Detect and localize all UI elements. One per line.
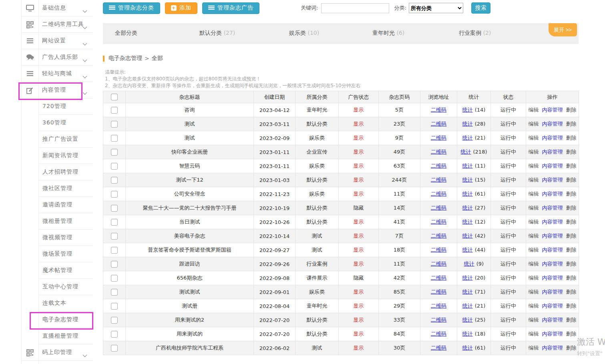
category-tab-4[interactable]: 行业案例 (2): [459, 30, 491, 37]
stats-link[interactable]: 统计: [461, 149, 471, 155]
category-tab-2[interactable]: 娱乐类 (10): [289, 30, 319, 37]
content-manage-link[interactable]: 内容管理: [542, 275, 563, 281]
content-manage-link[interactable]: 内容管理: [542, 163, 563, 169]
manage-magazine-categories-button[interactable]: 管理杂志分类: [103, 2, 160, 14]
sidebar-item-5-11[interactable]: 互动中心管理: [39, 279, 93, 295]
ad-status-toggle[interactable]: 显示: [354, 233, 364, 239]
expand-button[interactable]: 展开 >>: [549, 23, 577, 36]
stats-link[interactable]: 统计: [462, 317, 473, 323]
sidebar-group-0[interactable]: 基础信息: [22, 0, 93, 16]
edit-link[interactable]: 编辑: [529, 345, 539, 351]
edit-link[interactable]: 编辑: [529, 121, 539, 127]
sidebar-item-5-4[interactable]: 人才招聘管理: [39, 164, 93, 180]
edit-link[interactable]: 编辑: [529, 163, 539, 169]
stats-link[interactable]: 统计: [462, 345, 473, 351]
ad-status-toggle[interactable]: 显示: [354, 163, 364, 169]
content-manage-link[interactable]: 内容管理: [542, 345, 563, 351]
content-manage-link[interactable]: 内容管理: [542, 121, 563, 127]
row-checkbox[interactable]: [111, 163, 118, 170]
edit-link[interactable]: 编辑: [529, 191, 539, 197]
stats-link[interactable]: 统计: [462, 289, 473, 295]
edit-link[interactable]: 编辑: [529, 331, 539, 337]
delete-link[interactable]: 删除: [566, 219, 577, 225]
edit-link[interactable]: 编辑: [529, 205, 539, 211]
sidebar-item-5-7[interactable]: 微相册管理: [39, 213, 93, 230]
stats-link[interactable]: 统计: [462, 275, 473, 281]
row-checkbox[interactable]: [111, 303, 118, 310]
delete-link[interactable]: 删除: [566, 205, 577, 211]
sidebar-item-5-10[interactable]: 魔术帖管理: [39, 262, 93, 279]
sidebar-group-7[interactable]: [22, 361, 93, 364]
stats-link[interactable]: 统计: [462, 219, 473, 225]
content-manage-link[interactable]: 内容管理: [542, 149, 563, 155]
row-checkbox[interactable]: [111, 233, 118, 240]
edit-link[interactable]: 编辑: [529, 219, 539, 225]
delete-link[interactable]: 删除: [566, 261, 577, 267]
qrcode-link[interactable]: 二维码: [431, 289, 446, 295]
row-checkbox[interactable]: [111, 205, 118, 212]
stats-link[interactable]: 统计: [462, 107, 473, 113]
add-magazine-button[interactable]: + 添加: [165, 2, 197, 14]
delete-link[interactable]: 删除: [566, 331, 577, 337]
ad-status-toggle[interactable]: 显示: [354, 107, 364, 113]
sidebar-item-5-1[interactable]: 360管理: [39, 115, 93, 131]
sidebar-group-6[interactable]: 码上印管理: [22, 344, 93, 361]
row-checkbox[interactable]: [111, 317, 118, 324]
edit-link[interactable]: 编辑: [529, 247, 539, 253]
category-tab-0[interactable]: 全部分类: [115, 30, 137, 37]
ad-status-toggle[interactable]: 显示: [354, 303, 364, 309]
delete-link[interactable]: 删除: [566, 289, 577, 295]
category-tab-1[interactable]: 默认分类 (27): [199, 30, 235, 37]
sidebar-item-5-12[interactable]: 连载文本: [39, 295, 93, 312]
qrcode-link[interactable]: 二维码: [431, 191, 446, 197]
row-checkbox[interactable]: [111, 331, 118, 338]
sidebar-item-5-5[interactable]: 微社区管理: [39, 180, 93, 197]
qrcode-link[interactable]: 二维码: [431, 275, 446, 281]
ad-status-toggle[interactable]: 显示: [354, 345, 364, 351]
ad-status-toggle[interactable]: 显示: [354, 331, 364, 337]
stats-link[interactable]: 统计: [462, 303, 473, 309]
edit-link[interactable]: 编辑: [529, 289, 539, 295]
delete-link[interactable]: 删除: [566, 163, 577, 169]
row-checkbox[interactable]: [111, 121, 118, 128]
qrcode-link[interactable]: 二维码: [431, 233, 446, 239]
row-checkbox[interactable]: [111, 247, 118, 254]
row-checkbox[interactable]: [111, 289, 118, 296]
qrcode-link[interactable]: 二维码: [431, 149, 446, 155]
content-manage-link[interactable]: 内容管理: [542, 219, 563, 225]
row-checkbox[interactable]: [111, 219, 118, 226]
delete-link[interactable]: 删除: [566, 107, 577, 113]
stats-link[interactable]: 统计: [462, 247, 473, 253]
sidebar-group-2[interactable]: 网站设置: [22, 33, 93, 49]
category-tab-3[interactable]: 童年时光 (6): [372, 30, 404, 37]
content-manage-link[interactable]: 内容管理: [542, 289, 563, 295]
stats-link[interactable]: 统计: [462, 233, 473, 239]
edit-link[interactable]: 编辑: [529, 261, 539, 267]
manage-magazine-ads-button[interactable]: 管理杂志广告: [202, 2, 259, 14]
row-checkbox[interactable]: [111, 261, 118, 268]
ad-status-toggle[interactable]: 显示: [354, 149, 364, 155]
sidebar-item-5-14[interactable]: 直播相册管理: [39, 328, 93, 344]
edit-link[interactable]: 编辑: [529, 135, 539, 141]
qrcode-link[interactable]: 二维码: [431, 135, 446, 141]
delete-link[interactable]: 删除: [566, 149, 577, 155]
sidebar-item-5-6[interactable]: 邀请函管理: [39, 197, 93, 213]
content-manage-link[interactable]: 内容管理: [542, 303, 563, 309]
ad-status-toggle[interactable]: 显示: [354, 219, 364, 225]
row-checkbox[interactable]: [111, 107, 118, 114]
stats-link[interactable]: 统计: [464, 261, 474, 267]
edit-link[interactable]: 编辑: [529, 233, 539, 239]
qrcode-link[interactable]: 二维码: [431, 205, 446, 211]
edit-link[interactable]: 编辑: [529, 107, 539, 113]
delete-link[interactable]: 删除: [566, 121, 577, 127]
qrcode-link[interactable]: 二维码: [431, 303, 446, 309]
qrcode-link[interactable]: 二维码: [431, 261, 446, 267]
qrcode-link[interactable]: 二维码: [431, 163, 446, 169]
qrcode-link[interactable]: 二维码: [431, 331, 446, 337]
keyword-input[interactable]: [321, 3, 389, 13]
stats-link[interactable]: 统计: [462, 163, 473, 169]
ad-status-toggle[interactable]: 显示: [354, 191, 364, 197]
qrcode-link[interactable]: 二维码: [431, 121, 446, 127]
content-manage-link[interactable]: 内容管理: [542, 317, 563, 323]
qrcode-link[interactable]: 二维码: [431, 177, 446, 183]
